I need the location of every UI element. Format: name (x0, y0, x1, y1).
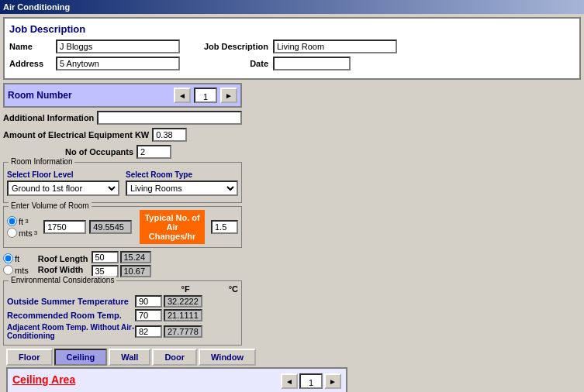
ceiling-area-title: Ceiling Area (12, 373, 152, 386)
roof-length-calc (120, 251, 151, 263)
outside-temp-c-input (164, 295, 202, 308)
window-title: Air Conditioning (0, 0, 584, 14)
f-label: °F (181, 284, 190, 294)
volume-ft-input[interactable] (43, 220, 86, 234)
volume-mts-radio-label[interactable]: mts3 (7, 228, 37, 238)
address-input[interactable] (56, 57, 180, 70)
room-info-group: Room Information Select Floor Level Grou… (3, 162, 242, 203)
roof-width-label: Roof Width (38, 265, 88, 274)
room-next-btn[interactable]: ► (220, 88, 237, 103)
name-label: Name (9, 42, 56, 51)
name-input[interactable] (56, 40, 180, 53)
tabs-row: Floor Ceiling Wall Door Window (6, 349, 347, 366)
room-number-label: Room Number (8, 90, 72, 101)
job-desc-label: Job Description (195, 42, 273, 51)
tab-floor[interactable]: Floor (6, 349, 53, 366)
recommended-temp-c-input (164, 309, 202, 322)
roof-length-input[interactable] (92, 251, 119, 263)
occupants-label: No of Occupants (65, 147, 133, 156)
c-label: °C (229, 284, 238, 294)
air-changes-input[interactable] (211, 220, 238, 234)
volume-mts-radio[interactable] (7, 228, 17, 238)
room-num-right: ◄ 1 ► (281, 373, 341, 389)
volume-ft-radio-label[interactable]: ft3 (7, 216, 37, 226)
roof-mts-radio[interactable] (3, 265, 13, 275)
room-number-right-display: 1 (299, 373, 323, 389)
room-prev-btn[interactable]: ◄ (174, 88, 191, 103)
electrical-equipment-input[interactable] (152, 128, 187, 142)
job-description-section: Job Description Name Job Description Add… (3, 17, 581, 80)
left-panel: Room Number ◄ 1 ► Additional Information… (3, 83, 242, 349)
additional-info-input[interactable] (97, 111, 242, 125)
roof-ft-radio[interactable] (3, 253, 13, 263)
environmental-group: Environmental Considerations °F °C Outsi… (3, 280, 242, 346)
date-input[interactable] (273, 57, 351, 70)
volume-ft-radio[interactable] (7, 216, 17, 226)
adjacent-temp-c-input (164, 325, 202, 338)
outside-temp-label: Outside Summer Temperature (7, 297, 135, 306)
room-number-display: 1 (194, 88, 217, 103)
recommended-temp-label: Recommended Room Temp. (7, 311, 135, 320)
ceiling-area-panel: Ceiling Area ft mts (6, 367, 347, 392)
room-prev-right-btn[interactable]: ◄ (281, 373, 298, 389)
roof-ft-radio-label[interactable]: ft (3, 253, 29, 263)
roof-dimensions-row: ft mts Roof Length Roof Width (3, 251, 242, 277)
room-number-box: Room Number ◄ 1 ► (3, 83, 242, 108)
room-type-select[interactable]: Living Rooms Bedroom Office (126, 181, 238, 196)
job-description-input[interactable] (273, 40, 397, 53)
typical-label: Typical No. of Air Changes/hr (144, 213, 199, 241)
room-info-legend: Room Information (9, 157, 74, 166)
date-label: Date (195, 59, 273, 68)
recommended-temp-f-input[interactable] (135, 309, 162, 322)
adjacent-temp-f-input[interactable] (135, 325, 162, 338)
environmental-legend: Environmental Considerations (9, 276, 116, 284)
additional-info-label: Additional Information (3, 113, 94, 122)
volume-group: Enter Volume of Room ft3 mts3 (3, 206, 242, 248)
tab-door[interactable]: Door (152, 349, 197, 366)
electrical-equipment-row: Amount of Electrical Equipment KW (3, 128, 242, 142)
room-next-right-btn[interactable]: ► (324, 373, 341, 389)
outside-temp-f-input[interactable] (135, 295, 162, 308)
additional-info-row: Additional Information (3, 111, 242, 125)
tab-wall[interactable]: Wall (109, 349, 150, 366)
electrical-equipment-label: Amount of Electrical Equipment KW (3, 130, 149, 139)
right-panel: Floor Ceiling Wall Door Window Ceiling A… (6, 349, 347, 392)
floor-level-sublabel: Select Floor Level (7, 170, 119, 179)
roof-length-label: Roof Length (38, 254, 88, 263)
job-description-title: Job Description (9, 23, 575, 35)
roof-mts-radio-label[interactable]: mts (3, 265, 29, 275)
tab-window[interactable]: Window (199, 349, 256, 366)
volume-mts-input[interactable] (89, 220, 132, 234)
volume-legend: Enter Volume of Room (9, 201, 92, 210)
adjacent-temp-label: Adjacent Room Temp. Without Air-Conditio… (7, 323, 135, 340)
address-label: Address (9, 59, 56, 68)
room-type-sublabel: Select Room Type (126, 170, 238, 179)
tab-ceiling[interactable]: Ceiling (54, 349, 108, 366)
floor-level-select[interactable]: Ground to 1st floor 1st to 2nd floor 2nd… (7, 181, 119, 196)
occupants-input[interactable] (136, 145, 171, 159)
roof-width-calc (120, 265, 151, 277)
